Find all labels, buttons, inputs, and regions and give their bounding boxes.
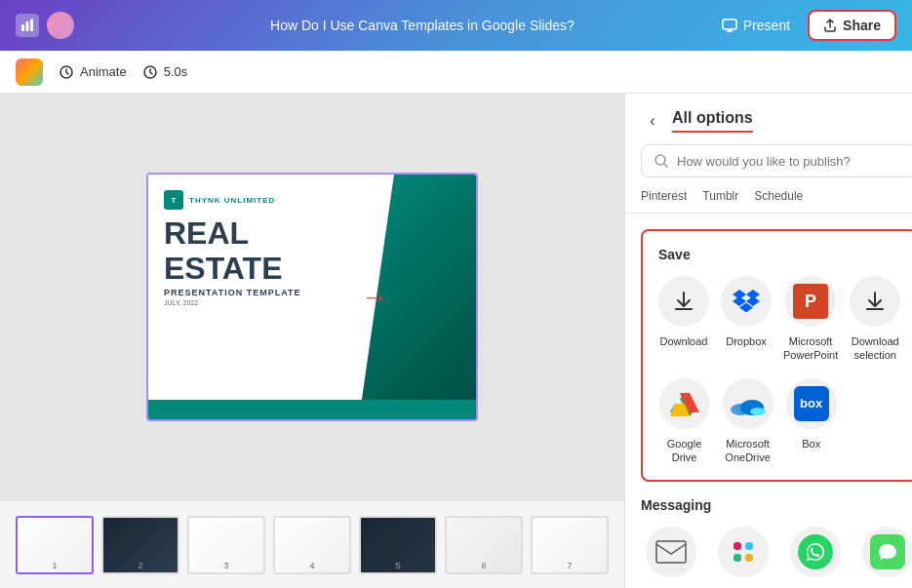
onedrive-icon [731,392,766,415]
filmstrip-slide-6[interactable]: 6 [445,516,523,574]
ppt-icon-wrap: P [785,276,836,327]
box-label: Box [802,437,820,451]
filmstrip-slide-5[interactable]: 5 [359,516,437,574]
whatsapp-icon-wrap [790,527,841,577]
svg-rect-23 [745,554,753,562]
shortcut-schedule[interactable]: Schedule [754,189,803,203]
onedrive-icon-wrap [723,378,773,429]
brand-icon: T [164,190,183,210]
messaging-item-imessage[interactable]: iMessage [857,527,912,588]
dropbox-label: Dropbox [726,334,767,348]
download-selection-icon-wrap [850,276,900,327]
save-grid-row2: Google Drive Microsoft OneDrive [658,378,900,465]
main-area: T THYNK UNLIMITED REAL ESTATE PRESENTATI… [0,94,912,588]
imessage-icon [870,534,905,569]
panel-header: ‹ All options [625,94,912,133]
svg-rect-19 [656,541,686,563]
svg-rect-1 [26,21,29,31]
shortcut-pinterest[interactable]: Pinterest [641,189,687,203]
svg-rect-21 [745,542,753,550]
save-item-download-selection[interactable]: Download selection [850,276,900,363]
ppt-label: Microsoft PowerPoint [783,334,838,363]
panel-title: All options [672,109,753,133]
ppt-icon: P [793,284,828,319]
panel-search-container [641,144,912,177]
search-icon [654,153,669,169]
analytics-icon[interactable] [16,14,39,37]
brand-text: THYNK UNLIMITED [189,196,275,205]
search-input[interactable] [677,154,905,169]
present-button[interactable]: Present [712,12,800,39]
panel-shortcuts: Pinterest Tumblr Schedule [625,189,912,214]
header-title: How Do I Use Canva Templates in Google S… [133,18,712,33]
panel-body: Save Download [625,214,912,588]
email-icon-wrap [646,527,696,577]
animate-control[interactable]: Animate [59,64,127,80]
imessage-icon-wrap [862,527,912,577]
messaging-item-slack[interactable]: Slack [713,527,773,588]
save-item-dropbox[interactable]: Dropbox [721,276,772,363]
messaging-item-email[interactable]: Email [641,527,701,588]
download-selection-label: Download selection [850,334,900,363]
filmstrip-slide-4[interactable]: 4 [273,516,351,574]
logo-icon[interactable] [16,59,43,86]
svg-rect-2 [30,20,33,32]
filmstrip-slide-2[interactable]: 2 [101,516,179,574]
download-icon-wrap [658,276,709,327]
slide-bottom-bar [148,400,476,419]
filmstrip-slide-7[interactable]: 7 [531,516,609,574]
box-icon: box [794,386,829,421]
dropbox-icon-wrap [721,276,772,327]
gdrive-label: Google Drive [658,437,710,465]
svg-point-18 [750,408,766,415]
download-selection-icon [863,290,887,313]
svg-rect-0 [21,24,24,31]
share-button[interactable]: Share [808,10,896,41]
slide-preview: T THYNK UNLIMITED REAL ESTATE PRESENTATI… [146,173,478,421]
duration-control[interactable]: 5.0s [142,64,188,80]
email-icon [655,540,687,564]
svg-rect-20 [734,542,741,550]
messaging-section-title: Messaging [641,497,912,513]
save-section-title: Save [658,247,900,262]
save-item-gdrive[interactable]: Google Drive [658,378,710,465]
gdrive-icon-wrap [659,378,710,429]
onedrive-label: Microsoft OneDrive [722,437,773,465]
save-item-onedrive[interactable]: Microsoft OneDrive [722,378,773,465]
filmstrip-slide-3[interactable]: 3 [187,516,265,574]
header: How Do I Use Canva Templates in Google S… [0,0,912,51]
save-grid-row1: Download Drop [658,276,900,363]
header-actions: Present Share [712,10,896,41]
save-item-box[interactable]: box Box [785,378,837,465]
filmstrip-slide-1[interactable]: 1 [16,516,94,574]
filmstrip: 1 2 3 4 5 6 7 [0,500,624,588]
messaging-grid: Email Slack [641,527,912,588]
box-icon-wrap-outer: box [786,378,837,429]
dropbox-icon [733,289,760,314]
svg-rect-3 [723,20,736,29]
slack-icon [730,538,757,566]
gdrive-icon [670,391,699,416]
save-item-powerpoint[interactable]: P Microsoft PowerPoint [783,276,838,363]
canvas-wrapper: T THYNK UNLIMITED REAL ESTATE PRESENTATI… [0,94,624,588]
shortcut-tumblr[interactable]: Tumblr [702,189,738,203]
slack-icon-wrap [718,527,769,577]
save-section: Save Download [641,229,912,482]
download-label: Download [660,334,708,348]
canvas-top: T THYNK UNLIMITED REAL ESTATE PRESENTATI… [0,94,624,500]
save-item-download[interactable]: Download [658,276,709,363]
download-icon [672,290,695,313]
whatsapp-icon [798,534,833,569]
messaging-item-whatsapp[interactable]: WhatsApp [785,527,846,588]
avatar [47,12,74,39]
slide-arrow: → [361,282,388,313]
toolbar: Animate 5.0s [0,51,912,94]
share-panel: ‹ All options Pinterest Tumblr Schedule … [624,94,912,588]
svg-rect-22 [734,554,741,562]
panel-back-button[interactable]: ‹ [641,109,664,133]
messaging-section: Messaging Email [641,497,912,588]
